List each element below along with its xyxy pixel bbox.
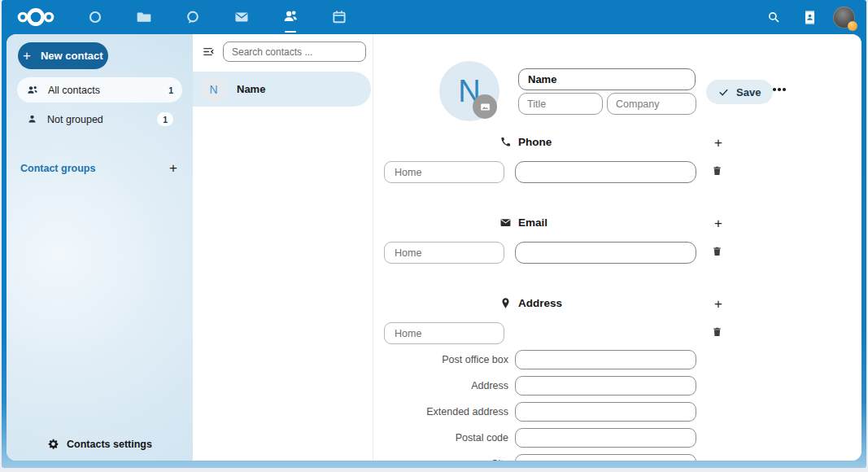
- phone-icon: [499, 136, 512, 148]
- top-bar: [0, 0, 868, 34]
- address-icon: [499, 297, 512, 309]
- email-row: Home: [373, 242, 861, 264]
- city-input[interactable]: [515, 454, 696, 461]
- delete-phone-button[interactable]: [709, 163, 725, 178]
- contact-groups-label: Contact groups: [20, 163, 95, 174]
- phone-section-header: Phone +: [373, 133, 861, 153]
- name-input[interactable]: [518, 68, 696, 90]
- company-input[interactable]: [607, 93, 696, 115]
- add-email-button[interactable]: +: [709, 214, 727, 234]
- new-contact-button[interactable]: + New contact: [18, 42, 108, 69]
- address-section-label: Address: [518, 297, 562, 309]
- contact-list-column: N Name: [193, 34, 373, 461]
- phone-type-select[interactable]: Home: [384, 161, 504, 183]
- email-section-header: Email +: [373, 214, 861, 234]
- search-contacts-input[interactable]: [223, 42, 366, 62]
- city-label: City: [373, 458, 508, 461]
- app-icons: [80, 0, 355, 34]
- address-input[interactable]: [515, 376, 696, 396]
- contact-name: Name: [237, 83, 265, 95]
- contact-detail-pane: N Save Phone +: [373, 34, 861, 461]
- all-contacts-count: 1: [168, 85, 173, 95]
- save-button[interactable]: Save: [706, 80, 773, 104]
- close-navigation-icon[interactable]: [200, 43, 217, 60]
- sidebar-item-label: All contacts: [48, 85, 100, 96]
- contact-groups-row: Contact groups +: [20, 161, 179, 175]
- gear-icon: [47, 438, 59, 450]
- delete-address-button[interactable]: [709, 324, 725, 339]
- contacts-settings-label: Contacts settings: [67, 439, 152, 450]
- contact-avatar: N: [201, 76, 226, 102]
- search-icon[interactable]: [761, 0, 786, 34]
- email-icon: [499, 216, 512, 229]
- mail-icon[interactable]: [226, 0, 257, 34]
- email-value-input[interactable]: [515, 242, 696, 264]
- user-avatar[interactable]: [833, 7, 855, 28]
- people-icon: [26, 84, 39, 97]
- more-actions-icon[interactable]: [770, 85, 789, 94]
- person-icon: [26, 113, 38, 125]
- contacts-menu-icon[interactable]: [797, 0, 822, 34]
- phone-value-input[interactable]: [515, 161, 696, 183]
- plus-icon: +: [23, 48, 31, 64]
- address-type-row: Home: [373, 322, 861, 345]
- title-input[interactable]: [518, 93, 603, 115]
- upload-photo-icon[interactable]: [473, 94, 497, 119]
- contacts-settings-button[interactable]: Contacts settings: [7, 438, 193, 450]
- address-section-header: Address +: [373, 295, 861, 314]
- check-icon: [718, 87, 729, 98]
- contacts-sidebar: + New contact All contacts 1 Not grouped…: [7, 34, 193, 461]
- extended-address-input[interactable]: [515, 402, 696, 422]
- post-office-box-input[interactable]: [515, 350, 696, 369]
- files-icon[interactable]: [129, 0, 159, 34]
- not-grouped-count: 1: [157, 112, 173, 126]
- postal-code-input[interactable]: [515, 428, 696, 448]
- phone-row: Home: [373, 161, 861, 184]
- email-section-label: Email: [518, 216, 547, 229]
- nextcloud-logo[interactable]: [15, 7, 57, 28]
- sidebar-item-label: Not grouped: [47, 114, 103, 125]
- dashboard-icon[interactable]: [80, 0, 111, 34]
- address-label: Address: [373, 380, 508, 391]
- address-type-select[interactable]: Home: [384, 322, 504, 344]
- extended-address-label: Extended address: [373, 406, 508, 417]
- add-phone-button[interactable]: +: [709, 133, 727, 153]
- calendar-icon[interactable]: [324, 0, 355, 34]
- list-header: [193, 34, 373, 65]
- sidebar-item-all-contacts[interactable]: All contacts 1: [17, 77, 182, 103]
- contacts-icon[interactable]: [275, 0, 306, 34]
- app-content-card: + New contact All contacts 1 Not grouped…: [7, 34, 861, 461]
- add-group-button[interactable]: +: [168, 161, 179, 175]
- email-type-select[interactable]: Home: [384, 242, 504, 264]
- talk-icon[interactable]: [177, 0, 208, 34]
- top-bar-right: [761, 0, 855, 34]
- phone-section-label: Phone: [518, 136, 552, 148]
- postal-code-label: Postal code: [373, 432, 508, 444]
- post-office-box-label: Post office box: [373, 354, 508, 365]
- away-status-dot: [848, 21, 857, 31]
- add-address-button[interactable]: +: [709, 295, 727, 314]
- sidebar-item-not-grouped[interactable]: Not grouped 1: [17, 107, 182, 132]
- delete-email-button[interactable]: [709, 243, 725, 259]
- contact-list-item[interactable]: N Name: [193, 72, 371, 107]
